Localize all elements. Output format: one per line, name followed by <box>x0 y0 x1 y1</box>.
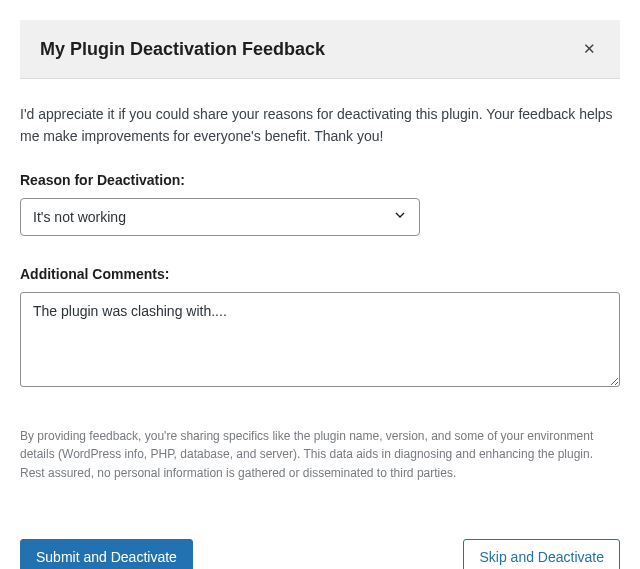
modal-content: I'd appreciate it if you could share you… <box>0 79 640 539</box>
comments-label: Additional Comments: <box>20 266 620 282</box>
close-icon[interactable]: ✕ <box>579 38 600 60</box>
reason-select[interactable]: It's not working <box>20 198 420 236</box>
intro-text: I'd appreciate it if you could share you… <box>20 103 620 148</box>
reason-label: Reason for Deactivation: <box>20 172 620 188</box>
reason-select-wrapper: It's not working <box>20 198 420 236</box>
disclaimer-text: By providing feedback, you're sharing sp… <box>20 427 620 483</box>
submit-button[interactable]: Submit and Deactivate <box>20 539 193 569</box>
skip-button[interactable]: Skip and Deactivate <box>463 539 620 569</box>
modal-footer: Submit and Deactivate Skip and Deactivat… <box>0 539 640 569</box>
deactivation-modal: My Plugin Deactivation Feedback ✕ I'd ap… <box>0 20 640 569</box>
modal-header: My Plugin Deactivation Feedback ✕ <box>20 20 620 79</box>
modal-title: My Plugin Deactivation Feedback <box>40 39 325 60</box>
comments-textarea[interactable] <box>20 292 620 387</box>
